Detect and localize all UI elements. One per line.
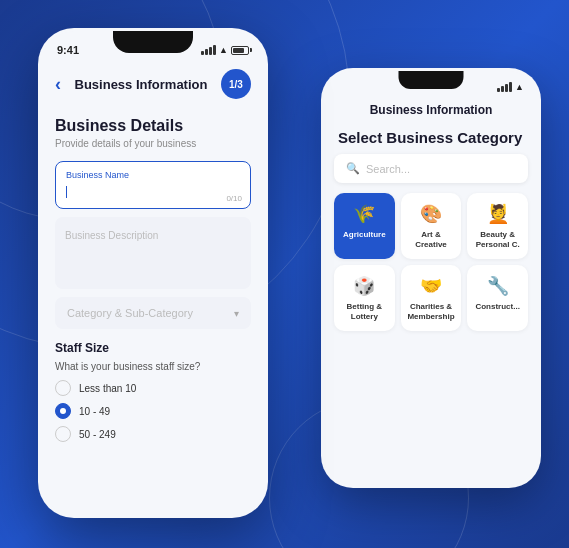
wifi-icon-main: ▲ [219, 45, 228, 55]
description-placeholder: Business Description [65, 230, 158, 241]
agriculture-label: Agriculture [343, 230, 386, 240]
radio-outer-1 [55, 380, 71, 396]
signal-bars-small [497, 82, 512, 92]
char-counter: 0/10 [226, 194, 242, 203]
signal-bar-m4 [213, 45, 216, 55]
battery-icon [231, 46, 249, 55]
back-button[interactable]: ‹ [55, 74, 61, 95]
section-title: Business Details [55, 117, 251, 135]
charities-label: Charities & Membership [407, 302, 456, 321]
signal-bar-m2 [205, 49, 208, 55]
business-description-field[interactable]: Business Description [55, 217, 251, 289]
wifi-icon-small: ▲ [515, 82, 524, 92]
phone-header: ‹ Business Information 1/3 [41, 61, 265, 107]
charities-icon: 🤝 [420, 275, 442, 297]
business-name-field[interactable]: Business Name 0/10 [55, 161, 251, 209]
search-icon: 🔍 [346, 162, 360, 175]
betting-icon: 🎲 [353, 275, 375, 297]
category-construction[interactable]: 🔧 Construct... [467, 265, 528, 331]
battery-fill [233, 48, 244, 53]
phone-main: 9:41 ▲ ‹ Business Information 1/3 [38, 28, 268, 518]
dropdown-placeholder: Category & Sub-Category [67, 307, 193, 319]
phone-secondary: ▲ Business Information Select Business C… [321, 68, 541, 488]
category-art-creative[interactable]: 🎨 Art & Creative [401, 193, 462, 259]
chevron-down-icon: ▾ [234, 308, 239, 319]
signal-bar-1 [497, 88, 500, 92]
category-beauty[interactable]: 💆 Beauty & Personal C. [467, 193, 528, 259]
staff-question: What is your business staff size? [55, 361, 251, 372]
header-title: Business Information [75, 77, 208, 92]
radio-label-2: 10 - 49 [79, 406, 110, 417]
step-badge: 1/3 [221, 69, 251, 99]
text-cursor [66, 186, 67, 198]
art-creative-icon: 🎨 [420, 203, 442, 225]
staff-size-title: Staff Size [55, 341, 251, 355]
category-betting[interactable]: 🎲 Betting & Lottery [334, 265, 395, 331]
signal-bar-3 [505, 84, 508, 92]
agriculture-icon: 🌾 [353, 203, 375, 225]
beauty-label: Beauty & Personal C. [473, 230, 522, 249]
business-name-label: Business Name [66, 170, 240, 180]
status-time: 9:41 [57, 44, 79, 56]
secondary-header-title: Business Information [324, 97, 538, 125]
radio-option-less-10[interactable]: Less than 10 [55, 380, 251, 396]
signal-bar-4 [509, 82, 512, 92]
search-input-placeholder: Search... [366, 163, 410, 175]
signal-bars-main [201, 45, 216, 55]
betting-label: Betting & Lottery [340, 302, 389, 321]
radio-inner-2 [60, 408, 66, 414]
construction-icon: 🔧 [487, 275, 509, 297]
art-creative-label: Art & Creative [407, 230, 456, 249]
radio-outer-3 [55, 426, 71, 442]
notch-main [113, 31, 193, 53]
beauty-icon: 💆 [487, 203, 509, 225]
construction-label: Construct... [475, 302, 519, 312]
radio-label-3: 50 - 249 [79, 429, 116, 440]
signal-bar-2 [501, 86, 504, 92]
status-icons-small: ▲ [497, 82, 524, 92]
status-icons-main: ▲ [201, 45, 249, 55]
categories-grid: 🌾 Agriculture 🎨 Art & Creative 💆 Beauty … [324, 193, 538, 331]
phone-main-inner: 9:41 ▲ ‹ Business Information 1/3 [41, 31, 265, 515]
radio-outer-2 [55, 403, 71, 419]
category-agriculture[interactable]: 🌾 Agriculture [334, 193, 395, 259]
radio-option-10-49[interactable]: 10 - 49 [55, 403, 251, 419]
category-section-title: Select Business Category [324, 125, 538, 154]
category-charities[interactable]: 🤝 Charities & Membership [401, 265, 462, 331]
phone-secondary-inner: ▲ Business Information Select Business C… [324, 71, 538, 485]
phone-content: Business Details Provide details of your… [41, 107, 265, 459]
signal-bar-m3 [209, 47, 212, 55]
category-dropdown[interactable]: Category & Sub-Category ▾ [55, 297, 251, 329]
radio-label-1: Less than 10 [79, 383, 136, 394]
signal-bar-m1 [201, 51, 204, 55]
section-subtitle: Provide details of your business [55, 138, 251, 149]
notch-small [399, 71, 464, 89]
search-bar[interactable]: 🔍 Search... [334, 154, 528, 183]
radio-option-50-249[interactable]: 50 - 249 [55, 426, 251, 442]
